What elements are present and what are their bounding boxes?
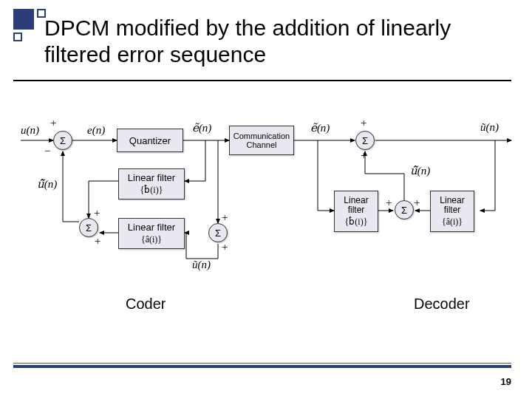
plus-sign-icon: + (50, 117, 56, 129)
linear-filter-label: Linear filter (128, 172, 175, 183)
plus-sign-icon: + (222, 211, 228, 224)
coeff-b-label: {b̂(i)} (140, 185, 163, 196)
linear-filter-a-decoder: Linear filter {â(i)} (430, 191, 474, 232)
channel-label-2: Channel (247, 140, 277, 149)
linear-filter-a-coder: Linear filter {â(i)} (118, 218, 185, 249)
plus-sign-icon: + (222, 241, 228, 253)
signal-e-n: e(n) (87, 124, 105, 137)
signal-utilde-n-coder: ũ(n) (192, 259, 211, 271)
title-underline (13, 80, 511, 81)
quantizer-block: Quantizer (117, 129, 183, 152)
coeff-a-label: {â(i)} (141, 234, 162, 245)
signal-uhat-n: û̃(n) (37, 177, 57, 191)
channel-block: Communication Channel (229, 126, 294, 155)
sum-node-decoder-predictor: Σ (395, 200, 414, 219)
signal-uhat-n-dec: û̃(n) (410, 164, 430, 177)
linear-filter-b-decoder: Linear filter {b̂(i)} (334, 191, 378, 232)
linear-filter-label-2: filter (444, 205, 461, 215)
quantizer-label: Quantizer (129, 135, 171, 146)
sum-node-decoder-output: Σ (355, 131, 375, 150)
signal-u-n: u(n) (21, 124, 39, 137)
signal-etilde-n-2: ẽ(n) (310, 121, 330, 134)
channel-label-1: Communication (233, 132, 290, 140)
linear-filter-label: Linear filter (128, 222, 175, 233)
plus-sign-icon: + (361, 149, 366, 162)
page-title: DPCM modified by the addition of linearl… (44, 15, 502, 68)
plus-sign-icon: + (94, 207, 100, 219)
plus-sign-icon: + (361, 117, 366, 129)
decoder-label: Decoder (414, 296, 470, 313)
signal-etilde-n: ẽ(n) (192, 121, 211, 134)
plus-sign-icon: + (414, 197, 420, 209)
sum-node-coder-input: Σ (53, 131, 72, 150)
linear-filter-b-coder: Linear filter {b̂(i)} (118, 168, 185, 200)
coder-label: Coder (126, 296, 166, 313)
page-number: 19 (501, 376, 511, 387)
linear-filter-label-2: filter (348, 205, 365, 215)
sum-node-coder-recon: Σ (208, 223, 228, 242)
coeff-a-label: {â(i)} (442, 217, 463, 227)
coeff-b-label: {b̂(i)} (345, 217, 368, 227)
minus-sign-icon: − (44, 145, 50, 157)
footer-rule (13, 365, 511, 368)
signal-utilde-n: ũ(n) (480, 121, 499, 134)
plus-sign-icon: + (386, 197, 392, 209)
block-diagram: Σ + − Quantizer Communication Channel Li… (0, 103, 532, 347)
plus-sign-icon: + (95, 235, 100, 248)
